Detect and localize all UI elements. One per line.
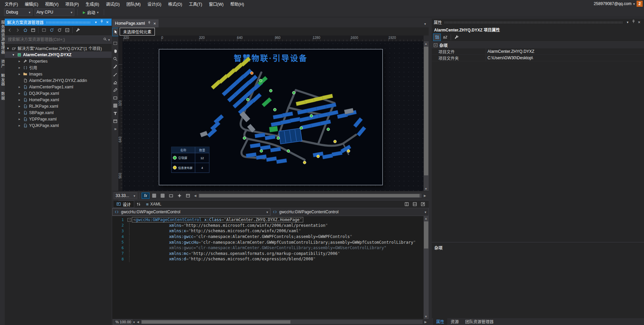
code-line[interactable]: 6xmlns:gwuc="clr-namespace:AlarmCenter.G… xyxy=(112,245,429,251)
more-tools-icon[interactable] xyxy=(113,125,118,133)
pen-tool-icon[interactable] xyxy=(113,86,118,94)
home-button[interactable] xyxy=(22,27,29,34)
scroll-left-icon[interactable]: ◀ xyxy=(136,320,140,324)
scroll-up-icon[interactable]: ▲ xyxy=(424,41,428,46)
eyedropper-tool-icon[interactable] xyxy=(113,63,118,70)
vertical-split-button[interactable] xyxy=(403,201,410,208)
account-widget[interactable]: 258979087@qq.com 2 xyxy=(594,1,644,7)
chevron-collapsed-icon[interactable] xyxy=(18,66,21,69)
tree-item-xaml-file[interactable]: SBPage.xaml xyxy=(5,109,112,116)
element-dropdown-left[interactable]: gwccHu:GWPageContentControl xyxy=(112,208,270,216)
scroll-down-icon[interactable]: ▼ xyxy=(424,187,428,191)
alphabetical-view-button[interactable] xyxy=(442,34,449,41)
chevron-collapsed-icon[interactable] xyxy=(18,85,21,89)
code-line[interactable]: 1 - <gwccHu:GWPageContentControlx:Class=… xyxy=(112,217,429,223)
snap-to-grid-toggle-icon[interactable] xyxy=(159,192,166,199)
design-canvas[interactable]: 智慧物联·引导设备 xyxy=(122,41,424,191)
designer-vertical-scrollbar[interactable]: ▲ ▼ xyxy=(424,41,429,191)
drag-handle[interactable] xyxy=(46,21,91,24)
chevron-down-icon[interactable] xyxy=(108,38,110,42)
chevron-collapsed-icon[interactable] xyxy=(18,111,21,114)
category-row-misc[interactable]: − 杂项 xyxy=(432,42,644,48)
element-dropdown-right[interactable]: gwccHu:GWPageContentControl xyxy=(270,208,429,216)
start-debugging-button[interactable]: 启动 xyxy=(81,9,101,15)
chevron-expanded-icon[interactable] xyxy=(6,46,10,50)
tree-item-xaml-file[interactable]: HomePage.xaml xyxy=(5,96,112,103)
grid-tool-icon[interactable] xyxy=(113,102,118,109)
scrollbar-thumb[interactable] xyxy=(424,221,428,248)
tab-xaml[interactable]: XAML xyxy=(143,201,164,208)
scrollbar-thumb[interactable] xyxy=(142,320,290,324)
xaml-code-editor[interactable]: 1 - <gwccHu:GWPageContentControlx:Class=… xyxy=(112,216,429,319)
collapse-icon[interactable]: − xyxy=(434,43,437,47)
pending-changes-filter-button[interactable] xyxy=(40,27,47,34)
chevron-collapsed-icon[interactable] xyxy=(18,98,21,102)
tree-item-xaml-file[interactable]: YQJKPage.xaml xyxy=(5,122,112,129)
collapse-all-button[interactable] xyxy=(64,27,71,34)
code-line[interactable]: 3xmlns:x="http://schemas.microsoft.com/w… xyxy=(112,228,429,234)
menu-help[interactable]: 帮助(H) xyxy=(227,0,247,7)
close-icon[interactable] xyxy=(153,21,156,26)
properties-header[interactable]: 属性 xyxy=(432,19,644,26)
tree-item-xaml-file[interactable]: AlarmCenterPage1.xaml xyxy=(5,84,112,90)
chevron-down-icon[interactable] xyxy=(133,320,135,324)
effects-toggle-button[interactable]: fx xyxy=(142,193,149,199)
map-marker-orange[interactable] xyxy=(251,72,253,74)
property-row[interactable]: 项目文件 AlarmCenter.ZHYQ.DYXZ xyxy=(432,48,644,55)
designer-horizontal-scrollbar[interactable] xyxy=(198,194,422,198)
pan-tool-icon[interactable] xyxy=(113,47,118,55)
textblock-tool-icon[interactable] xyxy=(113,109,118,117)
chevron-collapsed-icon[interactable] xyxy=(18,104,21,108)
tree-item-xaml-file[interactable]: DQJKPage.xaml xyxy=(5,90,112,96)
property-row[interactable]: 项目文件夹 C:\Users\GW30\Desktop\ xyxy=(432,55,644,61)
active-files-dropdown-icon[interactable] xyxy=(424,22,426,26)
chevron-down-icon[interactable] xyxy=(97,10,99,14)
tree-item-properties[interactable]: Properties xyxy=(5,58,112,64)
search-input[interactable] xyxy=(7,37,103,42)
pin-icon[interactable] xyxy=(147,21,151,26)
tab-design[interactable]: 设计 xyxy=(113,200,134,208)
code-line[interactable]: 4xmlns:gwcc="clr-namespace:AlarmCenter.G… xyxy=(112,234,429,240)
expand-pane-button[interactable] xyxy=(419,201,427,208)
selection-tool-icon[interactable] xyxy=(113,28,118,36)
artboard-background-toggle-icon[interactable] xyxy=(184,192,192,199)
show-grid-toggle-icon[interactable] xyxy=(150,192,158,199)
artboard[interactable]: 智慧物联·引导设备 xyxy=(159,49,383,185)
configuration-dropdown[interactable]: Debug xyxy=(4,8,32,16)
panel-tool-icon[interactable] xyxy=(113,117,118,125)
scrollbar-thumb[interactable] xyxy=(424,47,428,175)
solution-search[interactable] xyxy=(5,36,112,44)
editor-zoom-dropdown[interactable]: 100.00 % xyxy=(113,319,133,325)
chevron-collapsed-icon[interactable] xyxy=(18,91,21,95)
menu-project[interactable]: 项目(P) xyxy=(62,0,82,7)
window-position-icon[interactable] xyxy=(625,20,630,24)
property-pages-button[interactable] xyxy=(453,34,460,41)
chevron-down-icon[interactable] xyxy=(633,2,635,6)
sync-with-active-document-button[interactable] xyxy=(48,27,55,34)
bottom-tab-team-explorer[interactable]: 团队资源管理器 xyxy=(462,318,497,325)
code-line[interactable]: 8xmlns:d="http://schemas.microsoft.com/e… xyxy=(112,256,429,262)
window-position-icon[interactable] xyxy=(93,20,99,24)
categorized-view-button[interactable] xyxy=(433,34,440,41)
chevron-collapsed-icon[interactable] xyxy=(18,124,21,127)
menu-tools[interactable]: 工具(T) xyxy=(186,0,206,7)
solution-explorer-header[interactable]: 解决方案资源管理器 xyxy=(5,19,112,26)
forward-button[interactable] xyxy=(14,27,21,34)
menu-build[interactable]: 生成(B) xyxy=(82,0,102,7)
property-value[interactable]: C:\Users\GW30\Desktop\ xyxy=(486,56,644,60)
refresh-button[interactable] xyxy=(56,27,63,34)
editor-vertical-scrollbar[interactable]: ▲ ▼ xyxy=(424,216,429,319)
scrollbar-thumb[interactable] xyxy=(199,194,420,197)
menu-format[interactable]: 格式(O) xyxy=(165,0,185,7)
rectangle-tool-icon[interactable] xyxy=(113,94,118,102)
zoom-tool-icon[interactable] xyxy=(113,55,118,63)
search-icon[interactable] xyxy=(103,37,107,42)
editor-horizontal-scrollbar[interactable] xyxy=(141,320,423,324)
tree-item-project[interactable]: AlarmCenter.ZHYQ.DYXZ xyxy=(5,51,112,58)
description-splitter[interactable] xyxy=(432,242,644,242)
menu-team[interactable]: 团队(M) xyxy=(123,0,144,7)
chevron-collapsed-icon[interactable] xyxy=(18,72,21,76)
menu-debug[interactable]: 调试(D) xyxy=(102,0,123,7)
back-button[interactable] xyxy=(6,27,13,34)
chevron-expanded-icon[interactable] xyxy=(11,53,15,57)
